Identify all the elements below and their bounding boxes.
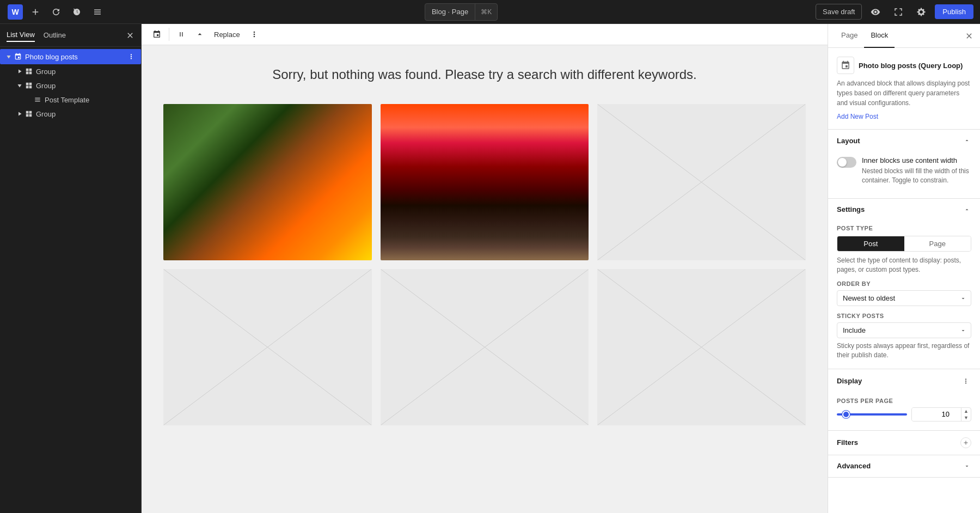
chevron-right-icon (15, 109, 24, 118)
tree-item-label: Group (36, 110, 137, 118)
posts-per-page-input[interactable] (912, 408, 961, 421)
fullscreen-button[interactable] (889, 4, 908, 20)
undo-button[interactable] (47, 4, 65, 20)
chevron-right-icon (15, 67, 24, 76)
block-description: An advanced block that allows displaying… (837, 78, 971, 108)
replace-button[interactable]: Replace (210, 28, 244, 41)
block-info: Photo blog posts (Query Loop) An advance… (828, 48, 980, 130)
tree-item-post-template[interactable]: Post Template (0, 93, 141, 107)
advanced-section-header[interactable]: Advanced (828, 455, 980, 477)
posts-per-page-label: POSTS PER PAGE (837, 398, 971, 404)
chevron-down-icon (4, 52, 13, 61)
breadcrumb[interactable]: Blog · Page ⌘K (425, 3, 498, 21)
add-filter-icon[interactable] (960, 437, 971, 448)
preview-icon (871, 7, 880, 17)
list-view-tab[interactable]: List View (7, 28, 35, 42)
post-type-post-button[interactable]: Post (837, 236, 904, 251)
wp-logo-icon: W (8, 4, 23, 20)
sidebar: List View Outline Photo blog posts (0, 24, 142, 513)
more-options-button[interactable] (246, 27, 263, 41)
filters-section-header[interactable]: Filters (828, 431, 980, 455)
posts-per-page-row: ▲ ▼ (837, 407, 971, 422)
photo-cell-4 (163, 269, 372, 425)
sidebar-header: List View Outline (0, 24, 141, 47)
canvas-content: Sorry, but nothing was found. Please try… (142, 45, 828, 513)
settings-section-content: POST TYPE Post Page Select the type of c… (828, 221, 980, 369)
wp-logo: W (7, 3, 24, 21)
block-info-header: Photo blog posts (Query Loop) (837, 57, 971, 74)
add-block-button[interactable] (26, 4, 45, 20)
sticky-posts-hint: Sticky posts always appear first, regard… (837, 341, 971, 360)
post-type-label: POST TYPE (837, 225, 971, 231)
group-icon (24, 66, 34, 76)
layout-section-header[interactable]: Layout (828, 130, 980, 151)
add-new-post-link[interactable]: Add New Post (837, 113, 878, 120)
order-by-select[interactable]: Newest to oldest Oldest to newest A → Z … (837, 290, 971, 306)
group-icon (24, 81, 34, 90)
more-options-icon[interactable] (126, 51, 137, 62)
block-tab[interactable]: Block (864, 24, 895, 48)
display-section-header[interactable]: Display (828, 369, 980, 393)
save-draft-button[interactable]: Save draft (816, 4, 862, 20)
outline-tree: Photo blog posts Group (0, 47, 141, 513)
canvas-area: Replace Sorry, but nothing was found. Pl… (142, 24, 828, 513)
query-loop-block-icon (841, 60, 850, 70)
posts-per-page-number-field: ▲ ▼ (911, 407, 971, 422)
filters-section-title: Filters (837, 438, 960, 447)
settings-chevron-icon (963, 205, 971, 214)
sticky-posts-label: STICKY POSTS (837, 313, 971, 319)
photo-cell-1 (163, 104, 372, 260)
layout-section-title: Layout (837, 137, 963, 145)
block-title: Photo blog posts (Query Loop) (859, 62, 963, 70)
tree-item-label: Photo blog posts (25, 53, 126, 61)
tree-item-photo-blog-posts[interactable]: Photo blog posts (0, 49, 141, 64)
settings-section-header[interactable]: Settings (828, 199, 980, 221)
decrement-button[interactable]: ▼ (961, 414, 971, 421)
panel-close-button[interactable] (965, 32, 973, 40)
redo-icon (72, 7, 82, 17)
photo-cell-2 (381, 104, 589, 260)
redo-button[interactable] (68, 4, 86, 20)
inner-blocks-toggle[interactable] (837, 157, 856, 168)
document-overview-button[interactable] (88, 4, 107, 20)
drag-icon (177, 30, 186, 39)
close-icon (126, 31, 134, 40)
advanced-section-title: Advanced (837, 462, 963, 470)
outline-tab[interactable]: Outline (44, 29, 66, 41)
settings-section-title: Settings (837, 205, 963, 213)
tree-item-group-2[interactable]: Group (0, 78, 141, 93)
toolbar-center: Blog · Page ⌘K (109, 3, 813, 21)
toggle-label: Inner blocks use content width (862, 156, 971, 166)
sidebar-close-button[interactable] (126, 31, 134, 40)
preview-button[interactable] (866, 4, 885, 20)
move-up-button[interactable] (191, 27, 209, 41)
toggle-hint: Nested blocks will fill the width of thi… (862, 167, 971, 185)
move-up-icon (195, 30, 204, 39)
photo-cell-5 (381, 269, 589, 425)
settings-button[interactable] (912, 4, 930, 20)
replace-label: Replace (214, 30, 240, 39)
no-results-text: Sorry, but nothing was found. Please try… (163, 67, 806, 82)
separator (169, 28, 169, 41)
toolbar-right: Save draft Publish (816, 4, 973, 20)
tree-item-group-3[interactable]: Group (0, 107, 141, 121)
advanced-chevron-icon (963, 462, 971, 471)
tree-item-group-1[interactable]: Group (0, 64, 141, 78)
display-more-icon[interactable] (960, 376, 971, 387)
post-type-hint: Select the type of content to display: p… (837, 256, 971, 274)
increment-button[interactable]: ▲ (961, 408, 971, 414)
breadcrumb-shortcut: ⌘K (475, 3, 497, 21)
block-icon-container (837, 57, 854, 74)
sticky-posts-select[interactable]: Include Exclude Only (837, 322, 971, 338)
page-tab[interactable]: Page (835, 24, 864, 48)
photo-cell-3 (597, 104, 806, 260)
inner-blocks-toggle-row: Inner blocks use content width Nested bl… (837, 156, 971, 185)
toggle-knob (838, 158, 847, 167)
drag-handle-button[interactable] (173, 27, 190, 41)
publish-button[interactable]: Publish (935, 4, 973, 19)
display-section-title: Display (837, 377, 960, 385)
plus-icon (30, 7, 40, 17)
posts-per-page-slider[interactable] (837, 413, 907, 416)
block-type-icon-button[interactable] (148, 27, 166, 41)
post-type-page-button[interactable]: Page (904, 236, 971, 251)
